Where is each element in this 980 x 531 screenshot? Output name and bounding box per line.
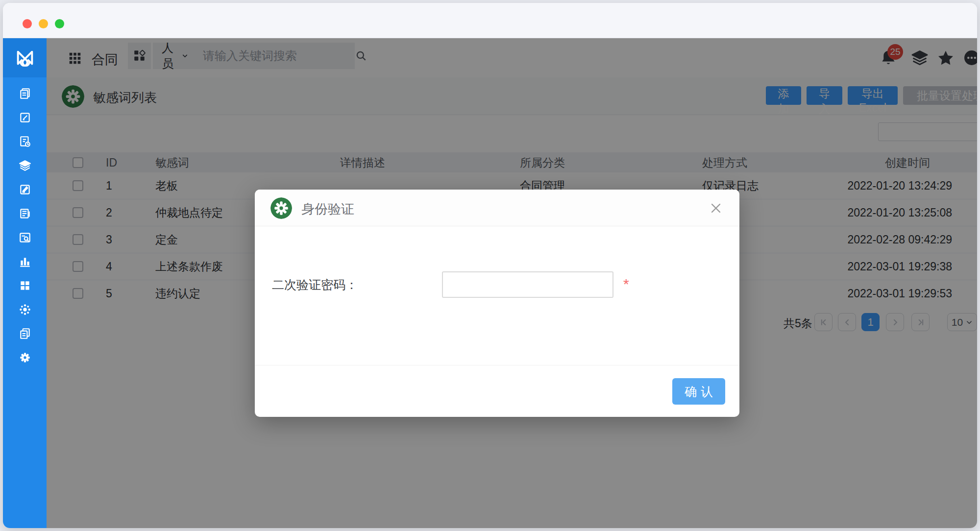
sidebar (3, 38, 47, 528)
main-area: 合同 人员 (47, 38, 977, 528)
sidebar-item-doc-history[interactable] (3, 129, 47, 153)
identity-verification-modal: 身份验证 二次验证密码： * 确认 (255, 190, 739, 417)
layers-icon (19, 159, 31, 172)
verification-password-input[interactable] (442, 271, 613, 298)
close-window-button[interactable] (23, 19, 32, 28)
modal-close-button[interactable] (708, 200, 724, 216)
sidebar-item-news[interactable] (3, 201, 47, 225)
maximize-window-button[interactable] (55, 19, 64, 28)
hub-icon (19, 303, 31, 316)
gear-icon (19, 351, 31, 364)
sidebar-item-documents[interactable] (3, 81, 47, 105)
window-titlebar (3, 3, 977, 38)
bar-chart-icon (19, 255, 31, 268)
bowtie-logo-icon (14, 47, 36, 69)
sidebar-item-edit-doc[interactable] (3, 105, 47, 129)
sidebar-item-hub[interactable] (3, 297, 47, 321)
sidebar-item-copies[interactable] (3, 321, 47, 345)
desktop-background: 合同 人员 (0, 0, 980, 531)
sidebar-item-stats[interactable] (3, 249, 47, 273)
news-doc-icon (19, 207, 31, 220)
edit-doc-icon (19, 111, 31, 124)
required-asterisk: * (623, 276, 629, 292)
sidebar-item-layers[interactable] (3, 153, 47, 177)
sidebar-item-sign[interactable] (3, 177, 47, 201)
sidebar-item-apps[interactable] (3, 273, 47, 297)
confirm-button[interactable]: 确认 (672, 378, 725, 405)
modal-title: 身份验证 (301, 200, 354, 218)
sidebar-item-settings[interactable] (3, 345, 47, 369)
modal-header: 身份验证 (255, 190, 739, 226)
sidebar-nav (3, 81, 47, 369)
documents-icon (19, 87, 31, 100)
sidebar-item-doc-search[interactable] (3, 225, 47, 249)
doc-search-icon (19, 231, 31, 244)
sign-doc-icon (19, 183, 31, 196)
app-logo[interactable] (3, 38, 47, 77)
modal-footer-divider (255, 365, 739, 365)
app-window: 合同 人员 (3, 3, 977, 528)
grid-icon (19, 279, 31, 292)
minimize-window-button[interactable] (39, 19, 48, 28)
modal-gear-badge-icon (270, 197, 292, 219)
password-field-label: 二次验证密码： (255, 277, 358, 293)
close-icon (708, 200, 724, 216)
copy-doc-icon (19, 327, 31, 340)
doc-clock-icon (19, 135, 31, 148)
